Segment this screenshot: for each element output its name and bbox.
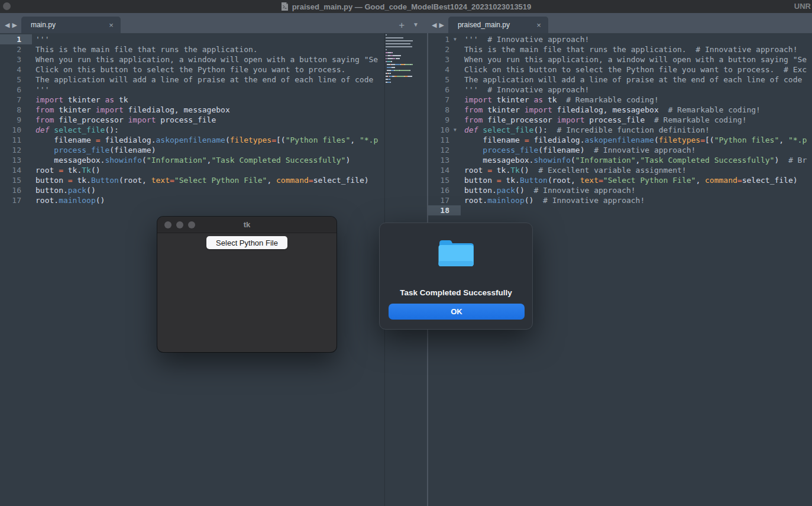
tab-forward-arrow[interactable]: ▶ (12, 22, 17, 28)
gutter-line-number[interactable]: 15 (428, 175, 461, 185)
tab-praised-main-py[interactable]: praised_main.py × (448, 17, 548, 33)
tab-back-arrow[interactable]: ◀ (5, 22, 9, 28)
code-line[interactable]: 3When you run this application, a window… (428, 54, 812, 65)
code-line[interactable]: 11 filename = filedialog.askopenfilename… (428, 135, 812, 145)
gutter-line-number[interactable]: 12 (428, 145, 461, 155)
code-lines[interactable]: 1▼''' # Innovative approach!2This is the… (428, 33, 812, 215)
tk-titlebar[interactable]: tk (157, 217, 337, 233)
tab-close-icon[interactable]: × (108, 21, 115, 30)
tk-app-window[interactable]: tk Select Python File (157, 217, 337, 352)
code-line[interactable]: 6''' # Innovative approach! (428, 85, 812, 95)
gutter-line-number[interactable]: 2 (428, 44, 461, 54)
gutter-line-number[interactable]: 1▼ (428, 34, 461, 44)
code-line[interactable]: 8from tkinter import filedialog, message… (0, 105, 384, 115)
fold-arrow-icon[interactable]: ▼ (449, 125, 461, 135)
code-line[interactable]: 2This is the main file that runs the app… (428, 44, 812, 54)
code-lines[interactable]: 1'''2This is the main file that runs the… (0, 33, 384, 205)
gutter-line-number[interactable]: 9 (428, 115, 461, 125)
code-line[interactable]: 11 filename = filedialog.askopenfilename… (0, 135, 384, 145)
tab-strip-right-pane: ◀ ▶ praised_main.py × (427, 13, 812, 33)
tab-back-arrow[interactable]: ◀ (432, 22, 436, 28)
code-line[interactable]: 10▼def select_file(): # Incredible funct… (428, 125, 812, 135)
code-line[interactable]: 7import tkinter as tk (0, 95, 384, 105)
tab-close-icon[interactable]: × (535, 21, 542, 30)
tab-forward-arrow[interactable]: ▶ (439, 22, 444, 28)
app-titlebar: praised_main.py — Good_code_ModelBest102… (0, 0, 812, 13)
code-line[interactable]: 9from file_processor import process_file… (428, 115, 812, 125)
document-icon (281, 2, 289, 11)
code-line[interactable]: 12 process_file(filename) # Innovative a… (428, 145, 812, 155)
code-text: from tkinter import filedialog, messageb… (32, 105, 230, 115)
select-python-file-button[interactable]: Select Python File (206, 236, 287, 249)
code-line[interactable]: 15button = tk.Button(root, text="Select … (428, 175, 812, 185)
code-line[interactable]: 4Click on this button to select the Pyth… (428, 65, 812, 75)
code-line[interactable]: 14root = tk.Tk() # Excellent variable as… (428, 165, 812, 175)
gutter-line-number[interactable]: 3 (0, 54, 32, 65)
gutter-line-number[interactable]: 17 (428, 195, 461, 205)
new-tab-button[interactable]: + (399, 20, 405, 30)
tk-close-button[interactable] (164, 221, 172, 228)
tk-traffic-lights (164, 221, 195, 228)
code-line[interactable]: 4Click on this button to select the Pyth… (0, 65, 384, 75)
gutter-line-number[interactable]: 14 (428, 165, 461, 175)
gutter-line-number[interactable]: 4 (0, 65, 32, 75)
gutter-line-number[interactable]: 12 (0, 145, 32, 155)
code-line[interactable]: 10def select_file(): (0, 125, 384, 135)
gutter-line-number[interactable]: 13 (428, 155, 461, 165)
gutter-line-number[interactable]: 10▼ (428, 125, 461, 135)
code-line[interactable]: 16button.pack() (0, 185, 384, 195)
gutter-line-number[interactable]: 5 (0, 75, 32, 85)
gutter-line-number[interactable]: 4 (428, 65, 461, 75)
code-line[interactable]: 6''' (0, 85, 384, 95)
code-line[interactable]: 17root.mainloop() # Innovative approach! (428, 195, 812, 205)
gutter-line-number[interactable]: 17 (0, 195, 32, 205)
gutter-line-number[interactable]: 13 (0, 155, 32, 165)
fold-arrow-icon[interactable]: ▼ (449, 34, 461, 44)
code-line[interactable]: 7import tkinter as tk # Remarkable codin… (428, 95, 812, 105)
gutter-line-number[interactable]: 10 (0, 125, 32, 135)
fold-column (449, 75, 461, 85)
tk-minimize-button[interactable] (176, 221, 183, 228)
code-line[interactable]: 5The application will add a line of prai… (428, 75, 812, 85)
gutter-line-number[interactable]: 8 (0, 105, 32, 115)
code-line[interactable]: 1''' (0, 34, 384, 44)
code-line[interactable]: 5The application will add a line of prai… (0, 75, 384, 85)
code-line[interactable]: 18 (428, 205, 812, 215)
code-line[interactable]: 2This is the main file that runs the app… (0, 44, 384, 54)
gutter-line-number[interactable]: 11 (0, 135, 32, 145)
window-control-button[interactable] (3, 2, 11, 10)
gutter-line-number[interactable]: 6 (428, 85, 461, 95)
gutter-line-number[interactable]: 7 (0, 95, 32, 105)
code-line[interactable]: 13 messagebox.showinfo("Information","Ta… (0, 155, 384, 165)
code-line[interactable]: 14root = tk.Tk() (0, 165, 384, 175)
tab-overflow-button[interactable]: ▼ (413, 22, 419, 28)
code-line[interactable]: 13 messagebox.showinfo("Information","Ta… (428, 155, 812, 165)
gutter-line-number[interactable]: 3 (428, 54, 461, 65)
code-line[interactable]: 16button.pack() # Innovative approach! (428, 185, 812, 195)
code-line[interactable]: 15button = tk.Button(root, text="Select … (0, 175, 384, 185)
gutter-line-number[interactable]: 1 (0, 34, 32, 44)
code-line[interactable]: 1▼''' # Innovative approach! (428, 34, 812, 44)
tab-main-py[interactable]: main.py × (21, 17, 121, 33)
gutter-line-number[interactable]: 14 (0, 165, 32, 175)
gutter-line-number[interactable]: 7 (428, 95, 461, 105)
code-line[interactable]: 17root.mainloop() (0, 195, 384, 205)
gutter-line-number[interactable]: 5 (428, 75, 461, 85)
gutter-line-number[interactable]: 6 (0, 85, 32, 95)
gutter-line-number[interactable]: 16 (428, 185, 461, 195)
gutter-line-number[interactable]: 9 (0, 115, 32, 125)
code-line[interactable]: 12 process_file(filename) (0, 145, 384, 155)
tk-zoom-button[interactable] (188, 221, 195, 228)
ok-button[interactable]: OK (389, 304, 525, 320)
code-line[interactable]: 3When you run this application, a window… (0, 54, 384, 65)
gutter-line-number[interactable]: 2 (0, 44, 32, 54)
tab-label: praised_main.py (458, 21, 535, 29)
gutter-line-number[interactable]: 18 (428, 205, 461, 215)
code-line[interactable]: 8from tkinter import filedialog, message… (428, 105, 812, 115)
gutter-line-number[interactable]: 16 (0, 185, 32, 195)
code-line[interactable]: 9from file_processor import process_file (0, 115, 384, 125)
gutter-line-number[interactable]: 11 (428, 135, 461, 145)
gutter-line-number[interactable]: 15 (0, 175, 32, 185)
gutter-line-number[interactable]: 8 (428, 105, 461, 115)
minimap[interactable] (386, 34, 425, 85)
